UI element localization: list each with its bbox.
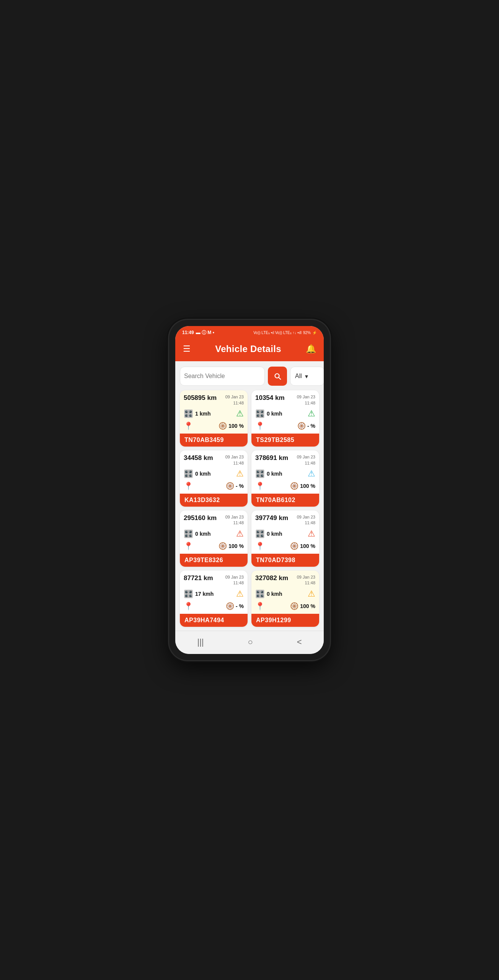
fuel-value: - % (236, 483, 244, 489)
warning-icon: ⚠ (236, 590, 244, 598)
card-top-row: 397749 km 09 Jan 2311:48 (255, 514, 315, 526)
speedometer-icon: 🎛️ (184, 469, 193, 478)
battery-pct: 92% (303, 331, 311, 335)
notification-bell-icon[interactable]: 🔔 (306, 344, 316, 354)
location-icon: 📍 (184, 541, 193, 551)
filter-value: All (295, 373, 302, 380)
status-time: 11:49 (182, 330, 194, 335)
warning-icon: ⚠ (308, 470, 315, 478)
warning-icon: ⚠ (308, 530, 315, 538)
date-time: 09 Jan 2311:48 (297, 514, 315, 526)
vehicle-card[interactable]: 397749 km 09 Jan 2311:48 🎛️ 0 kmh ⚠ 📍 🛞 … (251, 510, 319, 567)
fuel-value: 100 % (228, 543, 244, 549)
fuel-container: 🛞 100 % (290, 602, 315, 610)
search-container (180, 367, 265, 386)
speed-value: 0 kmh (267, 531, 282, 537)
chevron-down-icon: ▾ (305, 373, 308, 380)
battery-icon: ⚡ (312, 331, 317, 335)
main-content: All ▾ 505895 km 09 Jan 2311:48 🎛️ 1 kmh … (175, 361, 324, 630)
vehicle-card[interactable]: 295160 km 09 Jan 2311:48 🎛️ 0 kmh ⚠ 📍 🛞 … (180, 510, 248, 567)
card-body: 87721 km 09 Jan 2311:48 🎛️ 17 kmh ⚠ 📍 🛞 … (180, 571, 248, 614)
fuel-container: 🛞 100 % (290, 482, 315, 490)
card-top-row: 34458 km 09 Jan 2311:48 (184, 454, 244, 466)
fuel-value: 100 % (300, 483, 315, 489)
tire-icon: 🛞 (219, 422, 227, 430)
km-value: 34458 km (184, 454, 213, 462)
date-time: 09 Jan 2311:48 (225, 454, 244, 466)
location-icon: 📍 (184, 481, 193, 491)
phone-shell: 11:49 ▬ ⓘ M • Vo)) LTE₁ •ıl Vo)) LTE₂ ↑↓… (169, 320, 330, 660)
vehicle-plate: KA13D3632 (180, 494, 248, 507)
signal-icons: Vo)) LTE₁ •ıl Vo)) LTE₂ ↑↓ •ıll (253, 331, 302, 335)
vehicle-card[interactable]: 505895 km 09 Jan 2311:48 🎛️ 1 kmh ⚠ 📍 🛞 … (180, 390, 248, 447)
status-right: Vo)) LTE₁ •ıl Vo)) LTE₂ ↑↓ •ıll 92% ⚡ (253, 331, 317, 335)
card-top-row: 505895 km 09 Jan 2311:48 (184, 394, 244, 406)
vehicle-card[interactable]: 87721 km 09 Jan 2311:48 🎛️ 17 kmh ⚠ 📍 🛞 … (180, 571, 248, 627)
search-icon (273, 372, 282, 380)
warning-icon: ⚠ (308, 409, 315, 418)
card-body: 10354 km 09 Jan 2311:48 🎛️ 0 kmh ⚠ 📍 🛞 -… (251, 390, 319, 434)
km-value: 397749 km (255, 514, 288, 522)
fuel-container: 🛞 100 % (219, 542, 244, 550)
vehicle-plate: TN70AD7398 (251, 554, 319, 567)
nav-recent-button[interactable]: ||| (189, 636, 211, 649)
location-icon: 📍 (255, 602, 265, 611)
vehicle-plate: TN70AB3459 (180, 434, 248, 447)
date-time: 09 Jan 2311:48 (225, 514, 244, 526)
app-header: ☰ Vehicle Details 🔔 (175, 338, 324, 361)
speedometer-icon: 🎛️ (255, 589, 265, 598)
vehicle-card[interactable]: 34458 km 09 Jan 2311:48 🎛️ 0 kmh ⚠ 📍 🛞 -… (180, 450, 248, 507)
warning-icon: ⚠ (308, 590, 315, 598)
km-value: 327082 km (255, 574, 288, 582)
speedometer-icon: 🎛️ (184, 409, 193, 418)
card-body: 397749 km 09 Jan 2311:48 🎛️ 0 kmh ⚠ 📍 🛞 … (251, 510, 319, 554)
tire-icon: 🛞 (219, 542, 227, 550)
status-left: 11:49 ▬ ⓘ M • (182, 329, 214, 336)
card-body: 378691 km 09 Jan 2311:48 🎛️ 0 kmh ⚠ 📍 🛞 … (251, 450, 319, 494)
km-value: 87721 km (184, 574, 213, 582)
vehicle-plate: AP39HA7494 (180, 614, 248, 627)
nav-home-button[interactable]: ○ (240, 636, 260, 649)
vehicle-card[interactable]: 10354 km 09 Jan 2311:48 🎛️ 0 kmh ⚠ 📍 🛞 -… (251, 390, 319, 447)
location-icon: 📍 (255, 541, 265, 551)
km-value: 295160 km (184, 514, 217, 522)
card-bottom-row: 📍 🛞 100 % (255, 541, 315, 551)
fuel-value: - % (307, 423, 315, 429)
search-input[interactable] (184, 373, 261, 380)
vehicle-card[interactable]: 327082 km 09 Jan 2311:48 🎛️ 0 kmh ⚠ 📍 🛞 … (251, 571, 319, 627)
speed-container: 🎛️ 0 kmh (184, 529, 210, 538)
speed-value: 0 kmh (195, 471, 210, 477)
card-body: 295160 km 09 Jan 2311:48 🎛️ 0 kmh ⚠ 📍 🛞 … (180, 510, 248, 554)
page-title: Vehicle Details (215, 344, 281, 354)
tire-icon: 🛞 (290, 602, 298, 610)
fuel-container: 🛞 100 % (219, 422, 244, 430)
speedometer-icon: 🎛️ (184, 589, 193, 598)
vehicle-card[interactable]: 378691 km 09 Jan 2311:48 🎛️ 0 kmh ⚠ 📍 🛞 … (251, 450, 319, 507)
nav-back-button[interactable]: < (289, 636, 310, 649)
card-top-row: 327082 km 09 Jan 2311:48 (255, 574, 315, 586)
filter-dropdown[interactable]: All ▾ (290, 367, 324, 386)
tire-icon: 🛞 (297, 422, 306, 430)
tire-icon: 🛞 (226, 602, 234, 610)
speed-container: 🎛️ 0 kmh (255, 409, 282, 418)
card-bottom-row: 📍 🛞 100 % (184, 421, 244, 430)
location-icon: 📍 (184, 602, 193, 611)
card-body: 327082 km 09 Jan 2311:48 🎛️ 0 kmh ⚠ 📍 🛞 … (251, 571, 319, 614)
card-top-row: 10354 km 09 Jan 2311:48 (255, 394, 315, 406)
status-icons: ▬ ⓘ M • (196, 329, 214, 336)
fuel-value: 100 % (300, 543, 315, 549)
warning-icon: ⚠ (236, 470, 244, 478)
card-mid-row: 🎛️ 0 kmh ⚠ (255, 409, 315, 418)
search-button[interactable] (268, 367, 287, 386)
card-mid-row: 🎛️ 0 kmh ⚠ (255, 529, 315, 538)
warning-icon: ⚠ (236, 530, 244, 538)
tire-icon: 🛞 (290, 482, 298, 490)
nav-bar: ||| ○ < (175, 631, 324, 654)
km-value: 378691 km (255, 454, 288, 462)
card-bottom-row: 📍 🛞 - % (184, 481, 244, 491)
location-icon: 📍 (255, 421, 265, 430)
speed-container: 🎛️ 0 kmh (255, 529, 282, 538)
date-time: 09 Jan 2311:48 (297, 574, 315, 586)
menu-icon[interactable]: ☰ (183, 345, 191, 353)
card-bottom-row: 📍 🛞 100 % (184, 541, 244, 551)
